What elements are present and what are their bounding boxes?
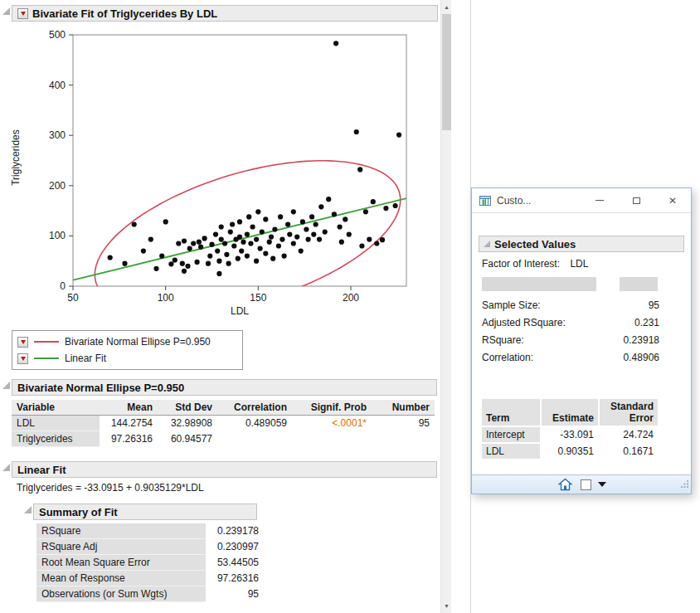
home-icon (558, 478, 572, 491)
param-header-row: Term Estimate Standard Error (481, 398, 659, 426)
maximize-button[interactable] (618, 188, 654, 212)
cell-number: 95 (372, 416, 435, 431)
col-header-standard-error: Standard Error (599, 398, 659, 426)
cell-stddev: 32.98908 (158, 416, 217, 431)
svg-text:500: 500 (49, 29, 66, 41)
summary-row: RSquare 0.239178 (36, 523, 264, 539)
dialog-statusbar (472, 474, 691, 494)
stat-value: 95 (649, 299, 659, 311)
scatter-plot[interactable]: 501001502000100200300400500LDL (0, 25, 423, 315)
col-header-signif-prob: Signif. Prob (292, 400, 372, 416)
summary-label: Mean of Response (36, 571, 206, 586)
svg-text:200: 200 (343, 292, 359, 304)
svg-text:400: 400 (49, 80, 66, 91)
summary-value: 53.44505 (206, 555, 264, 571)
section-title-ellipse: Bivariate Normal Ellipse P=0.950 (17, 382, 184, 394)
cell-std-error: 0.1671 (599, 443, 659, 460)
outline-bar-bivariate-fit[interactable]: Bivariate Fit of Triglycerides By LDL (12, 5, 438, 22)
svg-text:50: 50 (67, 292, 79, 304)
data-table-selector[interactable] (581, 479, 591, 490)
legend-label-linear-fit: Linear Fit (65, 353, 106, 364)
cell-mean: 97.26316 (100, 431, 158, 447)
cell-number (372, 431, 435, 447)
ellipse-table: Variable Mean Std Dev Correlation Signif… (12, 400, 435, 447)
vertical-scrollbar[interactable]: ▲ ▼ (440, 0, 451, 613)
stat-value: 0.23918 (624, 334, 659, 346)
dialog-titlebar[interactable]: Custo... ✕ (472, 188, 691, 213)
col-header-term: Term (481, 398, 541, 426)
minimize-button[interactable] (581, 188, 618, 212)
maximize-icon (633, 197, 640, 204)
disclosure-open-icon[interactable] (24, 506, 32, 513)
legend-item-ellipse: Bivariate Normal Ellipse P=0.950 (17, 333, 237, 350)
cell-signif-prob (292, 431, 372, 447)
disclosure-open-icon[interactable] (2, 382, 10, 389)
table-row-triglycerides: Triglycerides 97.26316 60.94577 (12, 431, 435, 447)
legend-label-ellipse: Bivariate Normal Ellipse P=0.950 (65, 336, 211, 348)
dropdown-icon[interactable] (598, 482, 606, 487)
cell-term: LDL (481, 443, 541, 460)
disclosure-open-icon[interactable] (2, 7, 10, 15)
col-header-number: Number (372, 400, 435, 416)
factor-value-box[interactable] (620, 277, 658, 291)
summary-row: Mean of Response 97.26316 (36, 571, 264, 586)
minimize-icon (595, 200, 604, 201)
stat-value: 0.48906 (624, 352, 659, 363)
summary-row: Root Mean Square Error 53.44505 (36, 555, 264, 571)
section-title-linear-fit: Linear Fit (17, 464, 66, 476)
svg-text:LDL: LDL (231, 305, 249, 315)
summary-row: Observations (or Sum Wgts) 95 (36, 586, 264, 602)
stat-value: 0.231 (634, 317, 659, 328)
factor-selector-box[interactable] (482, 277, 596, 291)
red-triangle-menu-icon[interactable] (17, 337, 28, 348)
summary-value: 0.239178 (206, 523, 264, 539)
outline-bar-linear-fit[interactable]: Linear Fit (12, 461, 437, 478)
scrollbar-thumb[interactable] (442, 14, 451, 130)
summary-value: 0.230997 (206, 539, 264, 555)
stat-label: RSquare: (482, 334, 524, 346)
col-header-stddev: Std Dev (158, 400, 217, 416)
scroll-up-icon[interactable]: ▲ (441, 1, 452, 13)
scroll-down-icon[interactable]: ▼ (441, 600, 452, 612)
svg-text:100: 100 (49, 230, 66, 241)
cell-correlation: 0.489059 (217, 416, 292, 431)
disclosure-open-icon[interactable] (2, 464, 10, 471)
disclosure-open-icon[interactable] (484, 241, 490, 247)
stat-row: RSquare: 0.23918 (482, 331, 659, 348)
cell-stddev: 60.94577 (158, 431, 217, 447)
outline-bar-summary-of-fit[interactable]: Summary of Fit (33, 504, 257, 520)
col-header-estimate: Estimate (541, 398, 599, 426)
summary-value: 95 (206, 586, 264, 602)
cell-variable: LDL (12, 416, 100, 431)
close-button[interactable]: ✕ (654, 188, 691, 212)
table-row-ldl: LDL 144.2754 32.98908 0.489059 <.0001* 9… (12, 416, 435, 431)
ellipse-table-header-row: Variable Mean Std Dev Correlation Signif… (12, 400, 435, 416)
legend-line-ellipse (34, 341, 59, 343)
cell-term: Intercept (481, 426, 541, 443)
cell-mean: 144.2754 (100, 416, 158, 431)
cell-correlation (217, 431, 292, 447)
stat-row: Sample Size: 95 (482, 296, 659, 314)
resize-grip[interactable] (681, 479, 689, 490)
outline-bar-ellipse[interactable]: Bivariate Normal Ellipse P=0.950 (12, 379, 437, 396)
summary-label: Observations (or Sum Wgts) (36, 586, 206, 602)
cell-signif-prob: <.0001* (292, 416, 372, 431)
y-axis-label: Triglycerides (10, 108, 22, 207)
outline-bar-selected-values[interactable]: Selected Values (479, 236, 684, 252)
summary-label: Root Mean Square Error (36, 555, 206, 571)
red-triangle-menu-icon[interactable] (17, 8, 28, 19)
cell-std-error: 24.724 (599, 426, 659, 443)
svg-text:300: 300 (49, 129, 66, 141)
home-button[interactable] (558, 478, 572, 491)
summary-label: RSquare Adj (36, 539, 206, 555)
red-triangle-menu-icon[interactable] (17, 353, 28, 364)
cell-estimate: -33.091 (541, 426, 599, 443)
svg-text:200: 200 (49, 180, 66, 192)
svg-text:100: 100 (158, 292, 174, 304)
stat-label: Correlation: (482, 352, 533, 363)
close-icon: ✕ (668, 195, 677, 207)
summary-row: RSquare Adj 0.230997 (36, 539, 264, 555)
param-row-ldl: LDL 0.90351 0.1671 (481, 443, 659, 460)
report-title: Bivariate Fit of Triglycerides By LDL (32, 7, 217, 20)
section-title-summary-of-fit: Summary of Fit (39, 506, 118, 518)
